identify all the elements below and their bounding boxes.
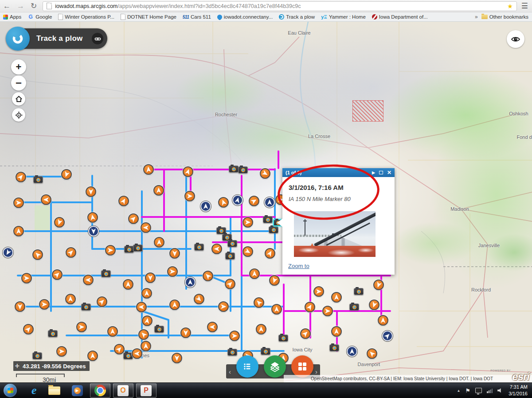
plow-marker[interactable] bbox=[13, 197, 24, 208]
plow-marker[interactable] bbox=[183, 166, 193, 177]
plow-marker[interactable] bbox=[132, 348, 142, 359]
bookmark-track-a-plow[interactable]: Track a plow bbox=[279, 14, 315, 20]
plow-marker[interactable] bbox=[87, 212, 98, 223]
plow-marker[interactable] bbox=[105, 245, 116, 256]
back-icon[interactable]: ← bbox=[3, 2, 11, 10]
map-viewport[interactable]: Eau ClaireRochesterLa CrosseOshkoshFond … bbox=[0, 22, 532, 382]
legend-widget-button[interactable] bbox=[236, 355, 258, 378]
plow-marker[interactable] bbox=[229, 331, 240, 341]
bookmark-cars-511[interactable]: Cars 511 bbox=[183, 14, 211, 20]
reload-icon[interactable]: ↻ bbox=[31, 2, 37, 10]
camera-marker[interactable] bbox=[269, 226, 278, 233]
bookmark-apps[interactable]: Apps bbox=[3, 14, 21, 20]
home-button[interactable] bbox=[12, 92, 25, 106]
plow-marker[interactable] bbox=[180, 327, 191, 338]
address-bar[interactable]: iowadot.maps.arcgis.com/apps/webappviewe… bbox=[43, 1, 517, 11]
browser-menu-icon[interactable]: ☰ bbox=[521, 1, 528, 11]
plow-marker-dark[interactable] bbox=[185, 277, 196, 288]
camera-marker[interactable] bbox=[101, 270, 111, 277]
plow-marker[interactable] bbox=[218, 197, 229, 208]
plow-marker[interactable] bbox=[331, 292, 342, 303]
plow-marker[interactable] bbox=[207, 322, 218, 332]
plow-marker[interactable] bbox=[136, 302, 147, 312]
start-button[interactable] bbox=[4, 384, 17, 397]
powerpoint-button[interactable]: P bbox=[136, 383, 156, 398]
layers-widget-button[interactable] bbox=[264, 355, 286, 378]
my-location-button[interactable] bbox=[12, 108, 25, 122]
plow-marker[interactable] bbox=[322, 306, 333, 316]
plow-marker[interactable] bbox=[203, 271, 213, 281]
action-center-flag-icon[interactable]: ⚑ bbox=[466, 387, 471, 394]
camera-marker[interactable] bbox=[278, 335, 288, 342]
plow-marker-dark[interactable] bbox=[88, 226, 99, 236]
bookmarks-overflow-chevron[interactable]: » bbox=[475, 14, 478, 20]
camera-marker[interactable] bbox=[81, 303, 91, 311]
plow-marker[interactable] bbox=[249, 196, 259, 206]
plow-marker[interactable] bbox=[76, 322, 87, 332]
plow-marker[interactable] bbox=[154, 237, 164, 248]
plow-marker[interactable] bbox=[13, 226, 24, 236]
plow-marker[interactable] bbox=[260, 168, 270, 179]
plow-marker[interactable] bbox=[15, 301, 25, 312]
popup-maximize-icon[interactable] bbox=[379, 171, 383, 174]
plow-camera-photo[interactable] bbox=[294, 211, 376, 257]
bookmark-dotnet-home-page[interactable]: DOTNET Home Page bbox=[121, 14, 176, 20]
plow-marker[interactable] bbox=[300, 328, 311, 339]
camera-marker[interactable] bbox=[227, 349, 237, 356]
plow-marker-dark[interactable] bbox=[3, 247, 13, 258]
plow-marker[interactable] bbox=[65, 294, 76, 304]
plow-marker[interactable] bbox=[256, 324, 266, 335]
plow-marker[interactable] bbox=[66, 247, 76, 258]
plow-marker[interactable] bbox=[369, 299, 379, 310]
plow-marker[interactable] bbox=[83, 275, 94, 285]
plow-marker[interactable] bbox=[143, 164, 154, 175]
tray-expand-icon[interactable]: ▲ bbox=[457, 389, 461, 393]
bookmark-iowa-department-of-[interactable]: Iowa Department of... bbox=[372, 14, 428, 20]
plow-marker[interactable] bbox=[225, 279, 235, 289]
plow-marker[interactable] bbox=[313, 286, 324, 297]
remove-hardware-icon[interactable] bbox=[475, 388, 482, 393]
dock-next-icon[interactable]: › bbox=[315, 368, 317, 375]
plow-marker[interactable] bbox=[97, 296, 107, 307]
plow-marker[interactable] bbox=[87, 351, 98, 361]
bookmark-star-icon[interactable]: ★ bbox=[507, 3, 513, 10]
zoom-out-button[interactable]: − bbox=[11, 75, 26, 91]
plow-marker[interactable] bbox=[41, 194, 51, 205]
camera-marker[interactable] bbox=[154, 326, 164, 333]
chrome-button[interactable] bbox=[90, 383, 110, 398]
plow-marker[interactable] bbox=[184, 191, 195, 201]
plow-marker-dark[interactable] bbox=[264, 197, 275, 208]
other-bookmarks-button[interactable]: Other bookmarks bbox=[481, 14, 528, 20]
plow-marker[interactable] bbox=[167, 266, 178, 277]
outlook-button[interactable]: O bbox=[113, 383, 133, 398]
plow-marker[interactable] bbox=[61, 169, 72, 180]
plow-marker-dark[interactable] bbox=[200, 201, 211, 212]
dock-prev-icon[interactable]: ‹ bbox=[229, 368, 231, 375]
overview-eye-button[interactable] bbox=[507, 30, 524, 48]
plow-marker[interactable] bbox=[138, 329, 149, 340]
plow-marker[interactable] bbox=[141, 341, 151, 351]
camera-marker[interactable] bbox=[48, 330, 58, 337]
plow-marker[interactable] bbox=[271, 304, 282, 315]
camera-marker[interactable] bbox=[32, 352, 42, 359]
plow-marker[interactable] bbox=[153, 185, 164, 196]
plow-marker[interactable] bbox=[218, 301, 229, 312]
popup-titlebar[interactable]: (1 of 3) ▶ ✕ bbox=[282, 168, 395, 177]
bookmark-yammer-home[interactable]: Yammer : Home bbox=[321, 14, 366, 20]
camera-marker[interactable] bbox=[354, 288, 364, 295]
plow-marker[interactable] bbox=[243, 246, 253, 257]
camera-marker[interactable] bbox=[329, 344, 339, 351]
plow-marker[interactable] bbox=[107, 326, 118, 337]
plow-marker[interactable] bbox=[141, 288, 152, 299]
plow-marker[interactable] bbox=[305, 302, 315, 312]
popup-close-icon[interactable]: ✕ bbox=[387, 170, 391, 175]
forward-icon[interactable]: → bbox=[17, 2, 24, 10]
plow-marker[interactable] bbox=[378, 315, 388, 326]
camera-marker[interactable] bbox=[124, 246, 134, 253]
camera-marker[interactable] bbox=[263, 216, 273, 223]
plow-marker[interactable] bbox=[23, 324, 34, 335]
plow-marker[interactable] bbox=[172, 353, 182, 363]
plow-marker[interactable] bbox=[211, 244, 222, 254]
plow-marker[interactable] bbox=[54, 217, 65, 228]
camera-marker[interactable] bbox=[33, 176, 43, 183]
